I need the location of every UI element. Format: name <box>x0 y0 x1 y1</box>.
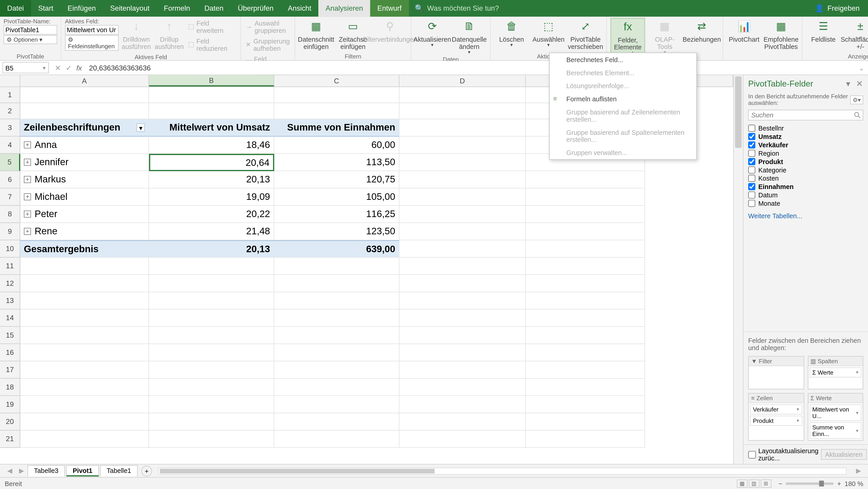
pivot-row-label[interactable]: +Rene <box>20 223 149 240</box>
pivot-value-header[interactable]: Mittelwert von Umsatz <box>149 119 274 136</box>
field-item[interactable]: Kosten <box>748 174 863 182</box>
tell-me[interactable]: 🔍 Was möchten Sie tun? <box>409 0 505 17</box>
cell[interactable] <box>274 275 400 292</box>
cell[interactable] <box>399 154 526 171</box>
tab-data[interactable]: Daten <box>197 0 230 17</box>
cell[interactable] <box>149 292 274 309</box>
cell[interactable] <box>149 257 274 275</box>
cell[interactable] <box>274 431 400 448</box>
pivot-grand-total[interactable]: 20,13 <box>149 240 274 257</box>
row-header[interactable]: 18 <box>0 379 20 396</box>
cell[interactable] <box>274 292 400 309</box>
cell[interactable] <box>20 344 149 361</box>
field-item[interactable]: Produkt <box>748 157 863 166</box>
relationships[interactable]: ⇄Beziehungen <box>684 18 719 43</box>
row-header[interactable]: 12 <box>0 275 20 292</box>
field-item[interactable]: Einnahmen <box>748 182 863 191</box>
tab-pagelayout[interactable]: Seitenlayout <box>103 0 157 17</box>
tab-view[interactable]: Ansicht <box>281 0 318 17</box>
horizontal-scrollbar[interactable] <box>158 467 846 475</box>
cell[interactable] <box>399 327 526 344</box>
field-item[interactable]: Verkäufer <box>748 141 863 149</box>
row-header[interactable]: 5 <box>0 154 20 171</box>
cell[interactable] <box>399 292 526 309</box>
pivot-row-label[interactable]: +Anna <box>20 136 149 154</box>
cell[interactable] <box>526 431 645 448</box>
cell[interactable] <box>274 103 400 119</box>
cell[interactable] <box>526 413 645 431</box>
cell[interactable] <box>526 327 645 344</box>
pivot-value[interactable]: 20,13 <box>149 171 274 188</box>
fieldpane-dropdown-icon[interactable]: ▾ <box>846 79 850 88</box>
area-item[interactable]: Produkt▾ <box>750 416 802 426</box>
cell[interactable] <box>526 396 645 413</box>
cell[interactable] <box>20 292 149 309</box>
sheet-nav-prev[interactable]: ◀ <box>4 467 16 475</box>
field-item[interactable]: Kategorie <box>748 166 863 174</box>
cell[interactable] <box>20 103 149 119</box>
refresh-button[interactable]: ⟳Aktualisieren▾ <box>415 18 450 48</box>
field-checkbox[interactable] <box>748 133 755 140</box>
row-header[interactable]: 7 <box>0 188 20 206</box>
cell[interactable] <box>20 413 149 431</box>
cell[interactable] <box>399 136 526 154</box>
field-checkbox[interactable] <box>748 191 755 199</box>
cell[interactable] <box>149 103 274 119</box>
pivot-value[interactable]: 123,50 <box>274 223 400 240</box>
cell[interactable] <box>526 309 645 327</box>
columns-area[interactable]: ▥Spalten Σ Werte▾ <box>808 356 863 389</box>
cell[interactable] <box>399 309 526 327</box>
row-header[interactable]: 8 <box>0 206 20 223</box>
pivottable-name-input[interactable] <box>4 25 57 35</box>
cell[interactable] <box>399 223 526 240</box>
pivot-value[interactable]: 120,75 <box>274 171 400 188</box>
pivot-row-label[interactable]: +Michael <box>20 188 149 206</box>
cell[interactable] <box>149 361 274 379</box>
tab-insert[interactable]: Einfügen <box>60 0 103 17</box>
cell[interactable] <box>399 171 526 188</box>
zoom-value[interactable]: 180 % <box>845 480 863 487</box>
cell[interactable] <box>399 206 526 223</box>
gear-icon[interactable]: ⚙▾ <box>850 95 863 104</box>
share-button[interactable]: 👤 Freigeben <box>807 0 868 17</box>
cell[interactable] <box>20 87 149 103</box>
cell[interactable] <box>149 87 274 103</box>
row-header[interactable]: 4 <box>0 136 20 154</box>
field-item[interactable]: Datum <box>748 191 863 199</box>
pivot-row-label[interactable]: +Markus <box>20 171 149 188</box>
field-item[interactable]: Monate <box>748 199 863 208</box>
cell[interactable] <box>20 361 149 379</box>
field-checkbox[interactable] <box>748 200 755 207</box>
close-icon[interactable]: ✕ <box>856 79 863 88</box>
col-A[interactable]: A <box>20 75 149 87</box>
cell[interactable] <box>526 292 645 309</box>
cell[interactable] <box>20 275 149 292</box>
row-header[interactable]: 10 <box>0 240 20 257</box>
defer-layout-checkbox[interactable] <box>748 451 756 458</box>
field-checkbox[interactable] <box>748 166 755 174</box>
vertical-scrollbar[interactable] <box>733 75 743 464</box>
expand-icon[interactable]: + <box>24 159 31 166</box>
field-item[interactable]: Bestellnr <box>748 124 863 132</box>
pivot-value[interactable]: 18,46 <box>149 136 274 154</box>
field-checkbox[interactable] <box>748 183 755 190</box>
cell[interactable] <box>149 275 274 292</box>
tab-start[interactable]: Start <box>31 0 60 17</box>
expand-icon[interactable]: + <box>24 228 31 235</box>
dropdown-item[interactable]: Berechnetes Feld... <box>550 53 696 66</box>
zoom-in-icon[interactable]: + <box>837 480 841 487</box>
area-item[interactable]: Mittelwert von U...▾ <box>809 404 862 421</box>
pivot-row-label[interactable]: +Jennifer <box>20 154 149 171</box>
sheet-tab[interactable]: Pivot1 <box>66 465 99 477</box>
sheet-tab[interactable]: Tabelle1 <box>100 465 138 477</box>
row-header[interactable]: 11 <box>0 257 20 275</box>
cell[interactable] <box>149 379 274 396</box>
tab-review[interactable]: Überprüfen <box>230 0 281 17</box>
cell[interactable] <box>399 344 526 361</box>
cell[interactable] <box>399 240 526 257</box>
cell[interactable] <box>526 379 645 396</box>
rows-area[interactable]: ≡Zeilen Verkäufer▾ Produkt▾ <box>748 393 804 441</box>
row-header[interactable]: 17 <box>0 361 20 379</box>
pivot-grand-total[interactable]: 639,00 <box>274 240 400 257</box>
cell[interactable] <box>149 396 274 413</box>
